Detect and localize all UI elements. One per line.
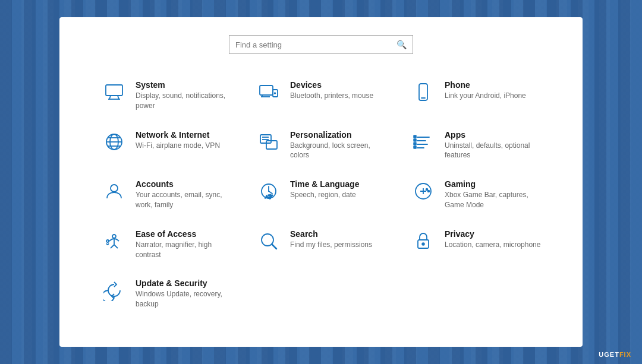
phone-icon bbox=[410, 81, 436, 103]
accounts-text-area: AccountsYour accounts, email, sync, work… bbox=[136, 179, 232, 210]
ease-title: Ease of Access bbox=[136, 229, 232, 239]
apps-title: Apps bbox=[445, 130, 541, 140]
setting-item-phone[interactable]: PhoneLink your Android, iPhone bbox=[398, 71, 553, 121]
ease-icon bbox=[101, 230, 127, 252]
svg-line-31 bbox=[269, 191, 272, 194]
time-desc: Speech, region, date bbox=[290, 190, 359, 200]
svg-point-8 bbox=[275, 93, 276, 94]
network-icon bbox=[101, 131, 127, 153]
search-desc: Find my files, permissions bbox=[290, 240, 372, 250]
svg-rect-24 bbox=[414, 135, 416, 138]
svg-point-35 bbox=[428, 191, 430, 192]
apps-desc: Uninstall, defaults, optional features bbox=[445, 141, 541, 161]
setting-item-gaming[interactable]: GamingXbox Game Bar, captures, Game Mode bbox=[398, 170, 553, 220]
setting-item-personalization[interactable]: PersonalizationBackground, lock screen, … bbox=[244, 121, 398, 170]
update-icon bbox=[101, 280, 127, 301]
settings-window: 🔍 SystemDisplay, sound, notifications, p… bbox=[59, 17, 583, 347]
ease-text-area: Ease of AccessNarrator, magnifier, high … bbox=[136, 229, 232, 260]
search-bar[interactable]: 🔍 bbox=[229, 35, 413, 54]
search-text-area: SearchFind my files, permissions bbox=[290, 229, 372, 250]
search-icon: 🔍 bbox=[396, 40, 407, 49]
system-desc: Display, sound, notifications, power bbox=[136, 91, 232, 111]
network-desc: Wi-Fi, airplane mode, VPN bbox=[136, 141, 220, 151]
setting-item-network[interactable]: Network & InternetWi-Fi, airplane mode, … bbox=[89, 121, 244, 170]
phone-text-area: PhoneLink your Android, iPhone bbox=[445, 80, 526, 101]
svg-rect-26 bbox=[414, 143, 416, 145]
setting-item-apps[interactable]: AppsUninstall, defaults, optional featur… bbox=[398, 121, 553, 170]
network-title: Network & Internet bbox=[136, 130, 220, 140]
accounts-icon bbox=[101, 181, 127, 202]
setting-item-system[interactable]: SystemDisplay, sound, notifications, pow… bbox=[89, 71, 244, 121]
settings-grid: SystemDisplay, sound, notifications, pow… bbox=[89, 71, 553, 319]
personalization-icon bbox=[256, 131, 282, 153]
svg-line-39 bbox=[272, 244, 276, 249]
svg-point-28 bbox=[111, 185, 118, 192]
svg-point-34 bbox=[426, 189, 428, 191]
setting-item-search[interactable]: SearchFind my files, permissions bbox=[244, 220, 398, 270]
svg-rect-16 bbox=[260, 135, 271, 143]
svg-text:A字: A字 bbox=[265, 194, 273, 200]
ease-desc: Narrator, magnifier, high contrast bbox=[136, 240, 232, 260]
privacy-title: Privacy bbox=[445, 229, 540, 239]
update-desc: Windows Update, recovery, backup bbox=[136, 289, 232, 309]
system-icon bbox=[101, 81, 127, 103]
svg-rect-17 bbox=[266, 141, 277, 149]
gaming-text-area: GamingXbox Game Bar, captures, Game Mode bbox=[445, 179, 541, 210]
network-text-area: Network & InternetWi-Fi, airplane mode, … bbox=[136, 130, 220, 151]
devices-desc: Bluetooth, printers, mouse bbox=[290, 91, 373, 101]
personalization-text-area: PersonalizationBackground, lock screen, … bbox=[290, 130, 386, 161]
gaming-desc: Xbox Game Bar, captures, Game Mode bbox=[445, 190, 541, 210]
time-text-area: Time & LanguageSpeech, region, date bbox=[290, 179, 359, 200]
setting-item-update[interactable]: Update & SecurityWindows Update, recover… bbox=[89, 269, 244, 319]
accounts-title: Accounts bbox=[136, 179, 232, 189]
update-text-area: Update & SecurityWindows Update, recover… bbox=[136, 278, 232, 309]
search-title: Search bbox=[290, 229, 372, 239]
privacy-icon bbox=[410, 230, 436, 252]
system-title: System bbox=[136, 80, 232, 90]
time-title: Time & Language bbox=[290, 179, 359, 189]
time-icon: A字 bbox=[256, 181, 282, 202]
svg-point-41 bbox=[422, 243, 424, 245]
system-text-area: SystemDisplay, sound, notifications, pow… bbox=[136, 80, 232, 111]
search-input[interactable] bbox=[235, 40, 396, 49]
svg-rect-4 bbox=[260, 86, 273, 95]
devices-icon bbox=[256, 81, 282, 103]
accounts-desc: Your accounts, email, sync, work, family bbox=[136, 190, 232, 210]
gaming-title: Gaming bbox=[445, 179, 541, 189]
svg-rect-25 bbox=[414, 139, 416, 141]
svg-rect-27 bbox=[414, 146, 416, 148]
personalization-desc: Background, lock screen, colors bbox=[290, 141, 386, 161]
svg-point-37 bbox=[106, 240, 109, 242]
phone-desc: Link your Android, iPhone bbox=[445, 91, 526, 101]
personalization-title: Personalization bbox=[290, 130, 386, 140]
devices-text-area: DevicesBluetooth, printers, mouse bbox=[290, 80, 373, 101]
setting-item-privacy[interactable]: PrivacyLocation, camera, microphone bbox=[398, 220, 553, 270]
privacy-desc: Location, camera, microphone bbox=[445, 240, 540, 250]
setting-item-devices[interactable]: DevicesBluetooth, printers, mouse bbox=[244, 71, 398, 121]
apps-text-area: AppsUninstall, defaults, optional featur… bbox=[445, 130, 541, 161]
apps-icon bbox=[410, 131, 436, 153]
watermark: UGETFIX bbox=[599, 351, 631, 358]
gaming-icon bbox=[410, 181, 436, 202]
update-title: Update & Security bbox=[136, 278, 232, 288]
setting-item-time[interactable]: A字Time & LanguageSpeech, region, date bbox=[244, 170, 398, 220]
search-icon bbox=[256, 230, 282, 252]
privacy-text-area: PrivacyLocation, camera, microphone bbox=[445, 229, 540, 250]
devices-title: Devices bbox=[290, 80, 373, 90]
setting-item-accounts[interactable]: AccountsYour accounts, email, sync, work… bbox=[89, 170, 244, 220]
setting-item-ease[interactable]: Ease of AccessNarrator, magnifier, high … bbox=[89, 220, 244, 270]
svg-point-36 bbox=[112, 235, 116, 238]
phone-title: Phone bbox=[445, 80, 526, 90]
svg-rect-0 bbox=[106, 85, 122, 96]
